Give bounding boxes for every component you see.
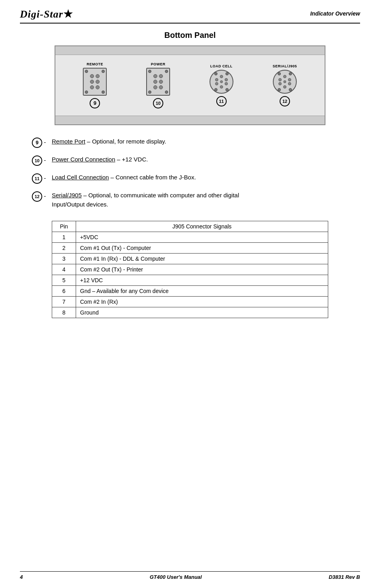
table-row: 3Com #1 In (Rx) - DDL & Computer: [52, 254, 328, 264]
corner-screws: [274, 71, 296, 93]
table-cell-pin: 6: [52, 286, 76, 297]
connector-remote-body: [83, 68, 107, 96]
screw-tl: [85, 70, 88, 73]
page-footer: 4 GT400 User's Manual D3831 Rev B: [20, 571, 360, 580]
connector-number-12: 12: [280, 95, 290, 106]
desc-link-loadcell: Load Cell Connection: [52, 174, 109, 181]
table-row: 1+5VDC: [52, 232, 328, 243]
connector-loadcell: LOAD CELL: [210, 64, 233, 106]
connector-serial-label: SERIAL/J905: [273, 64, 297, 68]
desc-link-power: Power Cord Connection: [52, 156, 115, 163]
table-cell-signal: +5VDC: [76, 232, 328, 243]
description-list: 9 - Remote Port – Optional, for remote d…: [32, 137, 348, 209]
table-cell-signal: Gnd – Available for any Com device: [76, 286, 328, 297]
panel-top-strip: [55, 46, 325, 55]
page-title: Bottom Panel: [20, 31, 360, 40]
connector-number-11: 11: [216, 95, 227, 106]
connector-serial: SERIAL/J905: [273, 64, 297, 106]
footer-doc-num: D3831 Rev B: [329, 574, 360, 580]
connector-power: POWER: [146, 62, 170, 108]
connector-number-9: 9: [90, 97, 100, 108]
connector-table: Pin J905 Connector Signals 1+5VDC2Com #1…: [52, 221, 328, 318]
table-cell-pin: 3: [52, 254, 76, 264]
desc-item-11: 11 - Load Cell Connection – Connect cabl…: [32, 173, 348, 184]
screw-tr: [225, 72, 229, 75]
desc-item-9: 9 - Remote Port – Optional, for remote d…: [32, 137, 348, 148]
table-cell-signal: Ground: [76, 307, 328, 318]
panel-bottom-strip: [55, 116, 325, 124]
circled-12-desc: 12: [32, 191, 42, 202]
table-cell-signal: Com #1 In (Rx) - DDL & Computer: [76, 254, 328, 264]
table-row: 6Gnd – Available for any Com device: [52, 286, 328, 297]
desc-link-serial: Serial/J905: [52, 192, 82, 199]
desc-rest-11: – Connect cable from the J-Box.: [109, 174, 196, 181]
page-header: Digi-Star★ Indicator Overview: [20, 8, 360, 24]
desc-link-remote: Remote Port: [52, 138, 85, 145]
table-cell-signal: +12 VDC: [76, 275, 328, 286]
table-cell-pin: 8: [52, 307, 76, 318]
desc-num-12: 12 -: [32, 191, 52, 202]
desc-rest-12b: Input/Output devices.: [52, 201, 108, 208]
desc-text-12: Serial/J905 – Optional, to communicate w…: [52, 191, 239, 209]
connector-remote-label: REMOTE: [87, 62, 104, 66]
footer-page-num: 4: [20, 574, 23, 580]
desc-num-10: 10 -: [32, 155, 52, 166]
corner-screws: [147, 69, 169, 95]
screw-bl: [214, 88, 217, 91]
panel-connectors-row: REMOTE: [55, 55, 325, 116]
connector-number-10: 10: [153, 97, 163, 108]
screw-br: [102, 90, 105, 94]
screw-br: [225, 88, 229, 91]
desc-item-12: 12 - Serial/J905 – Optional, to communic…: [32, 191, 348, 209]
table-header-row: Pin J905 Connector Signals: [52, 221, 328, 232]
table-cell-signal: Com #2 In (Rx): [76, 297, 328, 307]
circled-10-desc: 10: [32, 155, 42, 166]
circled-11: 11: [216, 96, 227, 106]
circled-11-desc: 11: [32, 173, 42, 184]
connector-loadcell-body: [210, 70, 233, 94]
table-cell-pin: 4: [52, 264, 76, 275]
table-cell-pin: 5: [52, 275, 76, 286]
circled-12: 12: [280, 96, 290, 106]
section-title: Indicator Overview: [310, 8, 360, 17]
page-wrapper: Digi-Star★ Indicator Overview Bottom Pan…: [0, 0, 380, 588]
col-signal-header: J905 Connector Signals: [76, 221, 328, 232]
screw-bl: [85, 90, 88, 94]
table-cell-signal: Com #2 Out (Tx) - Printer: [76, 264, 328, 275]
desc-rest-9: – Optional, for remote display.: [85, 138, 166, 145]
logo-star: ★: [63, 8, 73, 20]
desc-text-11: Load Cell Connection – Connect cable fro…: [52, 173, 196, 182]
panel-diagram: REMOTE: [55, 45, 325, 125]
circled-10: 10: [153, 98, 163, 108]
table-row: 2Com #1 Out (Tx) - Computer: [52, 243, 328, 254]
desc-num-9: 9 -: [32, 137, 52, 148]
table-body: 1+5VDC2Com #1 Out (Tx) - Computer3Com #1…: [52, 232, 328, 318]
logo: Digi-Star★: [20, 8, 73, 20]
circled-9-desc: 9: [32, 138, 42, 148]
table-cell-pin: 2: [52, 243, 76, 254]
connector-remote: REMOTE: [83, 62, 107, 108]
screw-br: [289, 88, 292, 91]
connector-power-body: [146, 68, 170, 96]
screw-tl: [214, 72, 217, 75]
screw-bl: [148, 90, 151, 94]
table-cell-pin: 1: [52, 232, 76, 243]
desc-text-10: Power Cord Connection – +12 VDC.: [52, 155, 148, 164]
desc-text-9: Remote Port – Optional, for remote displ…: [52, 137, 166, 146]
table-row: 8Ground: [52, 307, 328, 318]
table-cell-pin: 7: [52, 297, 76, 307]
table-row: 5+12 VDC: [52, 275, 328, 286]
screw-tr: [289, 72, 292, 75]
screw-br: [165, 90, 168, 94]
corner-screws: [210, 71, 233, 93]
screw-tl: [278, 72, 281, 75]
desc-num-11: 11 -: [32, 173, 52, 184]
connector-power-label: POWER: [151, 62, 166, 66]
j905-table: Pin J905 Connector Signals 1+5VDC2Com #1…: [52, 221, 328, 318]
col-pin-header: Pin: [52, 221, 76, 232]
table-row: 4Com #2 Out (Tx) - Printer: [52, 264, 328, 275]
circled-9: 9: [90, 98, 100, 108]
screw-tr: [102, 70, 105, 73]
screw-tr: [165, 70, 168, 73]
corner-screws: [84, 69, 106, 95]
